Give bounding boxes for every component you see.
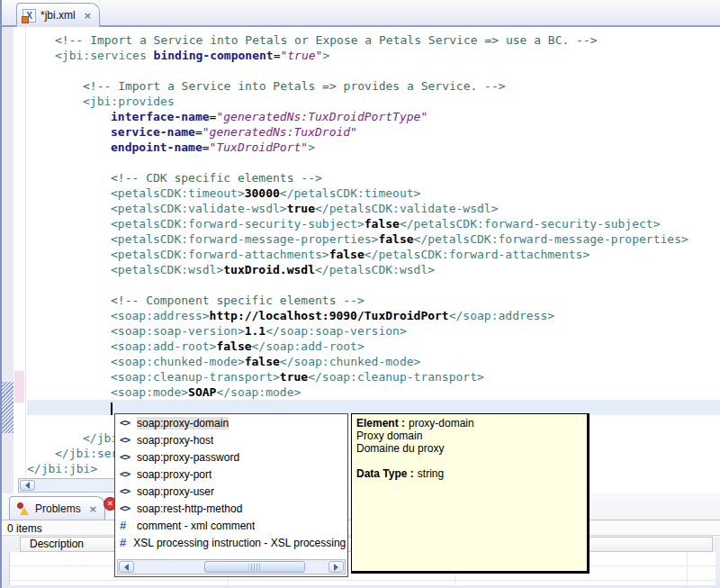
code-segment-tag: <soap:address> xyxy=(111,309,210,322)
code-segment-attr: binding-component xyxy=(154,49,274,62)
code-segment-val: "true" xyxy=(280,49,322,62)
table-column-line xyxy=(687,552,688,585)
content-assist-scrollbar[interactable] xyxy=(117,559,346,574)
code-segment-tag: > xyxy=(308,140,315,154)
ruler-separator xyxy=(25,27,26,493)
code-line[interactable]: <soap:add-root>false</soap:add-root> xyxy=(27,339,720,354)
code-line[interactable]: <soap:mode>SOAP</soap:mode> xyxy=(27,384,720,400)
problems-tab[interactable]: Problems × xyxy=(9,496,105,520)
code-segment-tag: </petalsCDK:timeout> xyxy=(280,186,421,200)
code-line[interactable]: endpoint-name="TuxDroidPort"> xyxy=(27,140,720,155)
code-line[interactable]: <soap:chunked-mode>false</soap:chunked-m… xyxy=(27,354,720,369)
code-segment-tag: </soap:address> xyxy=(449,309,554,322)
code-segment-com: <!-- Component specific elements --> xyxy=(111,294,364,307)
code-segment-tag: </soap:add-root> xyxy=(252,339,364,353)
tooltip-datatype-line: Data Type :string xyxy=(356,467,582,480)
ruler-annotation-highlight xyxy=(2,382,14,433)
tooltip-datatype-value: string xyxy=(418,467,444,480)
code-line[interactable]: <petalsCDK:forward-security-subject>fals… xyxy=(27,216,720,231)
code-segment-txt: false xyxy=(216,339,251,353)
text-caret xyxy=(111,403,112,415)
code-line[interactable]: <!-- Import a Service into Petals => pro… xyxy=(27,78,720,94)
ruler-range-indicator xyxy=(14,371,24,403)
xml-element-icon: <> xyxy=(120,451,137,463)
code-segment-tag: </soap:chunked-mode> xyxy=(280,355,421,368)
scroll-left-icon[interactable] xyxy=(20,480,35,491)
xml-element-icon: <> xyxy=(120,502,137,514)
completion-item[interactable]: #comment - xml comment xyxy=(115,517,347,534)
code-segment-txt: false xyxy=(245,355,280,368)
code-segment-val: "generatedNs:TuxDroid" xyxy=(202,125,357,139)
code-line[interactable]: <!-- Import a Service into Petals or Exp… xyxy=(27,32,720,48)
completion-item[interactable]: <>soap:proxy-user xyxy=(115,483,347,500)
code-segment-txt: false xyxy=(329,248,364,261)
code-segment-com: <!-- CDK specific elements --> xyxy=(111,171,322,185)
completion-item[interactable]: <>soap:proxy-password xyxy=(115,448,347,466)
completion-item-label: XSL processing instruction - XSL process… xyxy=(133,537,347,549)
code-segment-txt: SOAP xyxy=(188,385,216,399)
editor-tab-title: *jbi.xml xyxy=(40,9,76,22)
code-segment-val: "generatedNs:TuxDroidPortType" xyxy=(216,110,428,123)
code-segment-tag: </soap:soap-version> xyxy=(266,324,407,338)
code-line[interactable] xyxy=(27,277,720,293)
completion-item[interactable]: <>soap:rest-http-method xyxy=(115,500,347,517)
completion-item[interactable]: <>soap:proxy-host xyxy=(115,431,347,448)
code-line[interactable]: <!-- CDK specific elements --> xyxy=(27,170,720,185)
code-segment-txt: http://localhost:9090/TuxDroidPort xyxy=(210,309,449,322)
code-line[interactable]: <petalsCDK:forward-attachments>false</pe… xyxy=(27,247,720,262)
code-line[interactable]: interface-name="generatedNs:TuxDroidPort… xyxy=(27,109,720,124)
code-segment-tag: </soap:mode> xyxy=(216,385,301,399)
code-segment-tag: </petalsCDK:wsdl> xyxy=(315,263,435,276)
tab-close-icon[interactable]: × xyxy=(84,10,92,22)
scroll-right-icon[interactable] xyxy=(328,561,344,573)
code-line[interactable]: service-name="generatedNs:TuxDroid" xyxy=(27,124,720,140)
code-line[interactable]: <petalsCDK:wsdl>tuxDroid.wsdl</petalsCDK… xyxy=(27,262,720,277)
completion-item[interactable]: <>soap:proxy-domain xyxy=(115,414,347,431)
code-line[interactable] xyxy=(27,155,720,170)
code-segment-tag: <soap:chunked-mode> xyxy=(111,355,245,368)
table-row-line xyxy=(10,580,716,581)
code-segment-tag: </soap:cleanup-transport> xyxy=(308,370,484,384)
scrollbar-thumb[interactable] xyxy=(204,561,305,573)
completion-item-label: soap:proxy-port xyxy=(137,468,212,481)
code-line[interactable]: <jbi:provides xyxy=(27,94,720,109)
completion-item[interactable]: <>soap:proxy-port xyxy=(115,466,347,483)
code-segment-val: "TuxDroidPort" xyxy=(210,140,309,154)
problems-tab-close-icon[interactable]: × xyxy=(89,503,97,515)
code-segment-op: = xyxy=(195,125,202,139)
code-line[interactable]: <soap:address>http://localhost:9090/TuxD… xyxy=(27,308,720,323)
context-info-tooltip: Element :proxy-domain Proxy domain Domai… xyxy=(351,413,590,574)
code-line[interactable]: <petalsCDK:validate-wsdl>true</petalsCDK… xyxy=(27,201,720,216)
code-segment-tag: </jbi:jbi> xyxy=(27,462,97,475)
code-line[interactable] xyxy=(27,63,720,78)
editor-tab-jbi-xml[interactable]: X *jbi.xml × xyxy=(16,3,100,27)
code-line[interactable]: <jbi:services binding-component="true"> xyxy=(27,48,720,63)
completion-item[interactable]: #XSL processing instruction - XSL proces… xyxy=(115,534,347,551)
xml-element-icon: <> xyxy=(120,417,137,429)
content-assist-popup[interactable]: <>soap:proxy-domain<>soap:proxy-host<>so… xyxy=(114,413,348,577)
tooltip-element-label: Element : xyxy=(356,417,405,430)
code-segment-txt: 30000 xyxy=(245,186,280,200)
completion-item-label: comment - xml comment xyxy=(137,520,255,532)
code-line[interactable]: <petalsCDK:timeout>30000</petalsCDK:time… xyxy=(27,185,720,201)
code-segment-tag: <petalsCDK:forward-attachments> xyxy=(111,248,329,261)
code-segment-com: <!-- Import a Service into Petals or Exp… xyxy=(55,33,598,47)
code-area[interactable]: <!-- Import a Service into Petals or Exp… xyxy=(27,32,720,476)
problems-icon xyxy=(17,502,31,515)
code-segment-com: <!-- Import a Service into Petals => pro… xyxy=(83,79,506,93)
code-segment-tag: <soap:soap-version> xyxy=(111,324,245,338)
code-segment-op: = xyxy=(202,140,210,154)
code-segment-txt: true xyxy=(287,202,315,215)
code-segment-txt: false xyxy=(364,217,400,231)
code-line[interactable]: <soap:soap-version>1.1</soap:soap-versio… xyxy=(27,323,720,339)
scroll-left-icon[interactable] xyxy=(119,561,134,573)
code-line[interactable]: <!-- Component specific elements --> xyxy=(27,293,720,308)
completion-item-label: soap:rest-http-method xyxy=(137,502,242,515)
description-column-header[interactable]: Description xyxy=(30,538,84,550)
code-line[interactable]: <soap:cleanup-transport>true</soap:clean… xyxy=(27,369,720,384)
xml-file-icon: X xyxy=(22,9,36,23)
completion-item-label: soap:proxy-user xyxy=(137,485,214,498)
code-line[interactable]: <petalsCDK:forward-message-properties>fa… xyxy=(27,231,720,247)
tooltip-element-line: Element :proxy-domain xyxy=(356,417,582,430)
code-segment-tag: </petalsCDK:forward-attachments> xyxy=(364,248,590,261)
